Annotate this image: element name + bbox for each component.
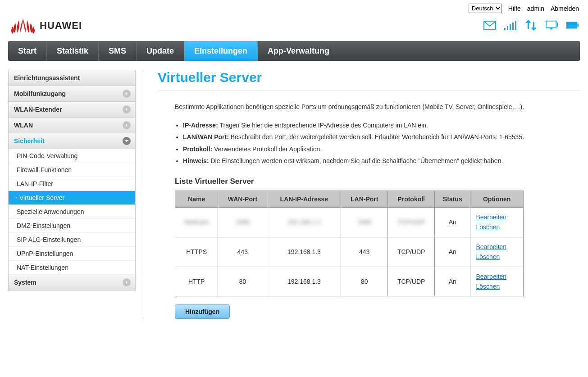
table-cell: An — [435, 267, 470, 296]
table-header: LAN-Port — [341, 191, 388, 207]
chevron-down-icon — [123, 137, 131, 145]
table-header: Status — [435, 191, 470, 207]
sidebar-label: Sicherheit — [14, 137, 45, 145]
edit-link[interactable]: Bearbeiten — [476, 242, 520, 252]
table-cell: HTTPS — [175, 237, 218, 267]
brand-text: HUAWEI — [40, 20, 82, 32]
table-cell: An — [435, 237, 470, 267]
nav-item-einstellungen[interactable]: Einstellungen — [184, 41, 258, 61]
svg-rect-4 — [512, 23, 514, 30]
logout-link[interactable]: Abmelden — [551, 5, 579, 12]
sidebar-label: WLAN-Extender — [14, 106, 62, 113]
bullet-item: Hinweis: Die Einstellungen werden erst w… — [183, 155, 580, 167]
sidebar-subitem-0[interactable]: PIN-Code-Verwaltung — [9, 149, 135, 163]
delete-link[interactable]: Löschen — [476, 252, 520, 262]
table-header: WAN-Port — [218, 191, 267, 207]
brand-logo: HUAWEI — [9, 16, 82, 36]
table-cell: 443 — [218, 237, 267, 267]
bullet-item: Protokoll: Verwendetes Protokoll der App… — [183, 143, 580, 155]
table-cell: 80 — [341, 267, 388, 296]
delete-link[interactable]: Löschen — [476, 282, 520, 291]
help-link[interactable]: Hilfe — [508, 5, 521, 12]
page-title: Virtueller Server — [158, 70, 580, 91]
table-cell: Webcam — [175, 207, 218, 237]
table-header: Protokoll — [388, 191, 435, 207]
main-nav: StartStatistikSMSUpdateEinstellungenApp-… — [8, 41, 580, 61]
table-cell: 192.168.1.2 — [267, 207, 341, 237]
sidebar-item-wlanextender[interactable]: WLAN-Extender — [8, 102, 136, 118]
sidebar-item-system[interactable]: System — [8, 275, 136, 291]
edit-link[interactable]: Bearbeiten — [476, 212, 520, 222]
add-button[interactable]: Hinzufügen — [175, 304, 230, 319]
svg-rect-5 — [515, 21, 516, 30]
svg-rect-7 — [550, 28, 552, 29]
svg-rect-2 — [507, 26, 508, 30]
sidebar-subitem-2[interactable]: LAN-IP-Filter — [9, 177, 135, 191]
edit-link[interactable]: Bearbeiten — [476, 272, 520, 282]
sidebar-subitem-4[interactable]: Spezielle Anwendungen — [9, 205, 135, 219]
sidebar-subitem-5[interactable]: DMZ-Einstellungen — [9, 219, 135, 233]
info-bullets: IP-Adresse: Tragen Sie hier die entsprec… — [158, 119, 580, 167]
sidebar-item-mobilfunk[interactable]: Mobilfunkzugang — [8, 86, 136, 102]
options-cell: BearbeitenLöschen — [470, 267, 524, 296]
svg-rect-3 — [510, 24, 511, 30]
sidebar-subitem-7[interactable]: UPnP-Einstellungen — [9, 247, 135, 261]
table-cell: HTTP — [175, 267, 218, 296]
table-header: Optionen — [470, 191, 524, 207]
nav-item-start[interactable]: Start — [8, 41, 47, 61]
language-select[interactable]: Deutsch — [469, 4, 502, 13]
bullet-item: IP-Adresse: Tragen Sie hier die entsprec… — [183, 119, 580, 132]
intro-text: Bestimmte Applikationen benötigen spezie… — [158, 101, 580, 113]
sidebar-label: System — [14, 279, 36, 286]
table-header: LAN-IP-Adresse — [267, 191, 341, 207]
chevron-right-icon — [123, 278, 131, 286]
virtual-server-table: NameWAN-PortLAN-IP-AdresseLAN-PortProtok… — [175, 191, 524, 296]
table-cell: TCP/UDP — [388, 207, 435, 237]
svg-rect-8 — [566, 22, 577, 28]
table-cell: 1080 — [341, 207, 388, 237]
options-cell: BearbeitenLöschen — [470, 207, 524, 237]
table-cell: An — [435, 207, 470, 237]
huawei-icon — [9, 16, 37, 36]
sidebar: Einrichtungsassistent Mobilfunkzugang WL… — [8, 70, 144, 319]
nav-item-statistik[interactable]: Statistik — [47, 41, 99, 61]
table-cell: 192.168.1.3 — [267, 237, 341, 267]
chevron-right-icon — [123, 90, 131, 98]
table-cell: 192.168.1.3 — [267, 267, 341, 296]
user-link[interactable]: admin — [527, 5, 544, 12]
table-row: HTTPS443192.168.1.3443TCP/UDPAnBearbeite… — [175, 237, 524, 267]
sidebar-item-sicherheit[interactable]: Sicherheit — [8, 133, 136, 149]
battery-icon — [566, 20, 579, 32]
updown-icon — [525, 20, 538, 32]
sidebar-subitem-1[interactable]: Firewall-Funktionen — [9, 163, 135, 177]
table-cell: 443 — [341, 237, 388, 267]
delete-link[interactable]: Löschen — [476, 222, 520, 232]
table-cell: TCP/UDP — [388, 237, 435, 267]
monitor-icon — [546, 20, 558, 32]
mail-icon[interactable] — [483, 20, 496, 32]
bullet-item: LAN/WAN Port: Beschreibt den Port, der w… — [183, 131, 580, 143]
table-header: Name — [175, 191, 218, 207]
sidebar-subitem-6[interactable]: SIP ALG-Einstellungen — [9, 233, 135, 247]
table-row: Webcam1080192.168.1.21080TCP/UDPAnBearbe… — [175, 207, 524, 237]
table-title: Liste Virtueller Server — [158, 177, 580, 186]
signal-icon — [504, 20, 517, 32]
sidebar-item-einrichtung[interactable]: Einrichtungsassistent — [8, 70, 136, 86]
table-cell: 1080 — [218, 207, 267, 237]
sidebar-label: Mobilfunkzugang — [14, 90, 66, 97]
sidebar-item-wlan[interactable]: WLAN — [8, 118, 136, 133]
nav-item-sms[interactable]: SMS — [99, 41, 137, 61]
nav-item-update[interactable]: Update — [137, 41, 184, 61]
table-cell: 80 — [218, 267, 267, 296]
svg-rect-6 — [546, 21, 556, 27]
chevron-right-icon — [123, 121, 131, 129]
sidebar-subitem-8[interactable]: NAT-Einstellungen — [9, 261, 135, 275]
options-cell: BearbeitenLöschen — [470, 237, 524, 267]
sidebar-label: WLAN — [14, 122, 33, 129]
table-row: HTTP80192.168.1.380TCP/UDPAnBearbeitenLö… — [175, 267, 524, 296]
svg-rect-1 — [504, 28, 506, 30]
svg-rect-9 — [577, 23, 579, 27]
table-cell: TCP/UDP — [388, 267, 435, 296]
nav-item-app-verwaltung[interactable]: App-Verwaltung — [258, 41, 339, 61]
sidebar-subitem-3[interactable]: Virtueller Server — [9, 191, 135, 205]
